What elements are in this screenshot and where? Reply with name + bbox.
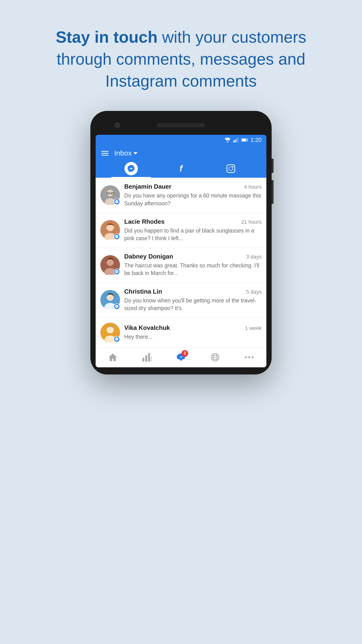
status-bar: 1:20	[96, 135, 266, 145]
svg-rect-3	[236, 138, 237, 142]
phone-screen: 1:20 Inbox	[96, 135, 266, 367]
message-header: Christina Lin 5 days	[124, 288, 262, 295]
phone-mockup: 1:20 Inbox	[90, 111, 272, 374]
svg-rect-27	[145, 356, 147, 362]
message-preview: Do you have any openings for a 60 minute…	[124, 192, 262, 207]
phone-top-area	[96, 118, 266, 132]
page-headline: Stay in touch with your customers throug…	[50, 26, 312, 92]
power-button	[272, 158, 274, 173]
sender-name: Dabney Donigan	[124, 253, 173, 260]
instagram-icon	[226, 164, 235, 173]
svg-rect-26	[142, 358, 144, 362]
status-icons: 1:20	[225, 137, 262, 143]
sender-name: Vika Kovalchuk	[124, 324, 170, 332]
headline-bold: Stay in touch	[56, 28, 158, 46]
dropdown-arrow-icon[interactable]	[134, 152, 137, 154]
front-camera	[115, 122, 120, 128]
nav-globe[interactable]	[210, 352, 220, 362]
instagram-tab-icon	[224, 162, 238, 175]
inbox-nav-icon: 3	[176, 352, 186, 362]
message-time: 21 hours	[241, 219, 262, 225]
home-icon	[108, 352, 118, 362]
message-time: 4 hours	[244, 184, 262, 190]
message-preview: Do you know when you'll be getting more …	[124, 297, 262, 312]
svg-point-37	[252, 356, 254, 358]
message-header: Dabney Donigan 3 days	[124, 253, 262, 260]
message-content: Lacie Rhodes 21 hours Did you happen to …	[124, 218, 262, 242]
signal-icon	[233, 138, 239, 142]
inbox-label: Inbox	[114, 149, 132, 157]
avatar-wrap	[100, 323, 120, 342]
message-preview: Hey there...	[124, 333, 262, 340]
facebook-tab-icon: f	[174, 162, 188, 175]
volume-button	[272, 180, 274, 204]
message-time: 5 days	[246, 289, 262, 295]
svg-rect-4	[238, 138, 238, 142]
avatar-wrap	[100, 290, 120, 310]
nav-more[interactable]	[244, 352, 254, 362]
platform-tabs: f	[101, 162, 261, 178]
sender-name: Lacie Rhodes	[124, 218, 164, 226]
svg-rect-7	[247, 139, 248, 141]
messenger-badge	[114, 268, 120, 275]
inbox-badge: 3	[182, 350, 188, 357]
nav-home[interactable]	[108, 352, 118, 362]
message-content: Dabney Donigan 3 days The haircut was gr…	[124, 253, 262, 277]
header-top-row: Inbox	[101, 149, 261, 157]
hamburger-button[interactable]	[101, 151, 108, 156]
wifi-icon	[225, 138, 231, 142]
battery-icon	[241, 138, 248, 142]
message-header: Vika Kovalchuk 1 week	[124, 324, 262, 332]
facebook-f-icon: f	[180, 164, 182, 174]
message-time: 3 days	[246, 254, 262, 260]
message-preview: Did you happen to find a pair of black s…	[124, 227, 262, 242]
messenger-badge	[114, 336, 120, 342]
tab-instagram[interactable]	[206, 162, 256, 178]
messenger-tab-icon	[124, 162, 138, 175]
messenger-icon	[127, 164, 135, 173]
svg-rect-1	[233, 140, 234, 142]
message-item[interactable]: Vika Kovalchuk 1 week Hey there...	[96, 318, 266, 348]
svg-point-35	[245, 356, 247, 358]
sender-name: Christina Lin	[124, 288, 162, 295]
svg-rect-6	[242, 139, 246, 141]
svg-point-36	[248, 356, 250, 358]
svg-point-0	[227, 141, 228, 142]
tab-messenger[interactable]	[106, 162, 156, 178]
messenger-badge	[114, 199, 120, 205]
message-list: Benjamin Dauer 4 hours Do you have any o…	[96, 178, 266, 348]
globe-icon	[210, 352, 220, 362]
svg-rect-28	[148, 353, 150, 362]
message-item[interactable]: Christina Lin 5 days Do you know when yo…	[96, 283, 266, 318]
app-header: Inbox f	[96, 145, 266, 178]
stats-icon	[142, 352, 152, 362]
avatar-wrap	[100, 220, 120, 240]
message-item[interactable]: Dabney Donigan 3 days The haircut was gr…	[96, 248, 266, 282]
svg-rect-29	[151, 356, 152, 362]
header-title: Inbox	[114, 149, 137, 157]
phone-speaker	[157, 123, 205, 127]
sender-name: Benjamin Dauer	[124, 183, 172, 190]
avatar-wrap	[100, 185, 120, 205]
message-content: Vika Kovalchuk 1 week Hey there...	[124, 324, 262, 340]
svg-rect-2	[235, 140, 236, 142]
message-item[interactable]: Lacie Rhodes 21 hours Did you happen to …	[96, 213, 266, 248]
message-time: 1 week	[245, 325, 262, 331]
message-header: Benjamin Dauer 4 hours	[124, 183, 262, 190]
bottom-navigation: 3	[96, 348, 266, 367]
message-content: Benjamin Dauer 4 hours Do you have any o…	[124, 183, 262, 207]
tab-facebook[interactable]: f	[156, 162, 206, 178]
nav-stats[interactable]	[142, 352, 152, 362]
more-dots-icon	[244, 352, 254, 362]
nav-inbox[interactable]: 3	[176, 352, 186, 362]
message-content: Christina Lin 5 days Do you know when yo…	[124, 288, 262, 312]
status-time: 1:20	[250, 137, 262, 143]
message-item[interactable]: Benjamin Dauer 4 hours Do you have any o…	[96, 178, 266, 212]
message-header: Lacie Rhodes 21 hours	[124, 218, 262, 226]
avatar-wrap	[100, 255, 120, 275]
message-preview: The haircut was great. Thanks so much fo…	[124, 262, 262, 277]
